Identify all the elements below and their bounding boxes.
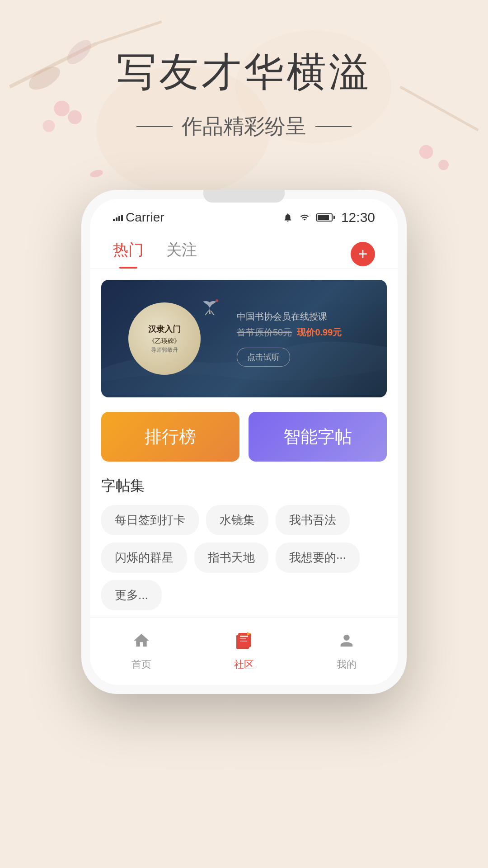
nav-home-label: 首页 bbox=[131, 658, 151, 671]
bell-icon bbox=[283, 212, 293, 222]
svg-rect-19 bbox=[240, 638, 246, 639]
tab-follow[interactable]: 关注 bbox=[166, 240, 197, 269]
svg-rect-17 bbox=[238, 633, 251, 647]
ranking-button[interactable]: 排行榜 bbox=[101, 412, 239, 462]
tag-item-2[interactable]: 我书吾法 bbox=[276, 505, 350, 535]
status-bar: Carrier 12:30 bbox=[90, 199, 398, 231]
action-buttons: 排行榜 智能字帖 bbox=[90, 405, 398, 469]
crane-icon bbox=[196, 298, 223, 321]
tab-hot[interactable]: 热门 bbox=[113, 240, 144, 269]
banner-moon: 汉隶入门 《乙瑛碑》 导师郭敬丹 bbox=[128, 302, 201, 375]
left-line bbox=[136, 126, 173, 127]
sub-title: 作品精彩纷呈 bbox=[0, 113, 488, 141]
tag-grid: 每日签到打卡 水镜集 我书吾法 闪烁的群星 指书天地 我想要的··· 更多... bbox=[101, 505, 387, 610]
home-icon bbox=[128, 627, 155, 654]
battery-icon bbox=[316, 213, 335, 222]
wifi-icon bbox=[299, 213, 310, 222]
status-right: 12:30 bbox=[283, 210, 375, 225]
community-icon bbox=[230, 627, 258, 654]
nav-community[interactable]: 社区 bbox=[193, 627, 296, 671]
banner-book: 《乙瑛碑》 bbox=[148, 336, 181, 346]
collection-title: 字帖集 bbox=[101, 476, 387, 496]
banner-author: 导师郭敬丹 bbox=[148, 346, 181, 354]
banner-left-title: 汉隶入门 bbox=[148, 323, 181, 336]
app-content: 热门 关注 + bbox=[90, 231, 398, 685]
tab-bar: 热门 关注 + bbox=[90, 231, 398, 269]
carrier: Carrier bbox=[113, 210, 164, 225]
nav-home[interactable]: 首页 bbox=[90, 627, 193, 671]
banner-section: 汉隶入门 《乙瑛碑》 导师郭敬丹 中国书协会员在线授课 首节原价50元 现价0.… bbox=[90, 269, 398, 405]
tag-item-4[interactable]: 指书天地 bbox=[194, 542, 268, 573]
svg-point-8 bbox=[419, 145, 433, 159]
phone-inner: Carrier 12:30 bbox=[90, 199, 398, 685]
tag-item-5[interactable]: 我想要的··· bbox=[276, 542, 360, 573]
nav-profile[interactable]: 我的 bbox=[295, 627, 398, 671]
svg-point-15 bbox=[216, 299, 218, 302]
signal-bars bbox=[113, 214, 123, 221]
nav-community-label: 社区 bbox=[234, 658, 254, 671]
tab-add-button[interactable]: + bbox=[351, 242, 375, 266]
phone-frame: Carrier 12:30 bbox=[81, 190, 407, 694]
banner[interactable]: 汉隶入门 《乙瑛碑》 导师郭敬丹 中国书协会员在线授课 首节原价50元 现价0.… bbox=[101, 280, 387, 397]
phone-notch bbox=[203, 190, 285, 203]
tag-item-3[interactable]: 闪烁的群星 bbox=[101, 542, 187, 573]
main-title: 写友才华横溢 bbox=[0, 45, 488, 99]
right-line bbox=[315, 126, 352, 127]
phone-mockup: Carrier 12:30 bbox=[81, 190, 407, 694]
bottom-nav: 首页 bbox=[90, 618, 398, 685]
svg-point-13 bbox=[89, 169, 104, 179]
top-section: 写友才华横溢 作品精彩纷呈 bbox=[0, 45, 488, 141]
svg-rect-20 bbox=[240, 641, 247, 642]
svg-line-1 bbox=[97, 22, 162, 43]
svg-rect-18 bbox=[240, 636, 248, 637]
collection-section: 字帖集 每日签到打卡 水镜集 我书吾法 闪烁的群星 指书天地 我想要的··· 更… bbox=[90, 469, 398, 618]
banner-left: 汉隶入门 《乙瑛碑》 导师郭敬丹 bbox=[101, 293, 228, 384]
nav-profile-label: 我的 bbox=[337, 658, 357, 671]
profile-icon bbox=[333, 627, 360, 654]
smart-copybook-button[interactable]: 智能字帖 bbox=[249, 412, 387, 462]
svg-point-9 bbox=[438, 160, 449, 170]
tag-item-1[interactable]: 水镜集 bbox=[206, 505, 268, 535]
tag-item-6[interactable]: 更多... bbox=[101, 580, 162, 610]
tag-item-0[interactable]: 每日签到打卡 bbox=[101, 505, 199, 535]
